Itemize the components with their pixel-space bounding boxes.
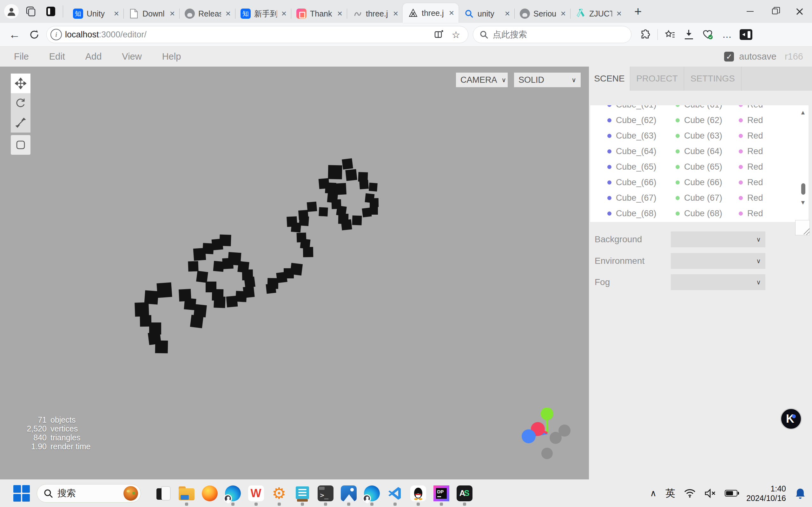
taskbar-app-vscode[interactable]: [383, 480, 406, 507]
scene-cube[interactable]: [190, 315, 203, 328]
scrollbar-thumb[interactable]: [801, 183, 805, 195]
favorites-list-icon[interactable]: [662, 27, 678, 42]
wifi-icon[interactable]: [684, 489, 696, 498]
scene-cube[interactable]: [369, 183, 377, 191]
taskbar-app-android-studio[interactable]: AS: [453, 480, 476, 507]
translate-tool-button[interactable]: [11, 73, 31, 93]
sidebar-tab-settings[interactable]: SETTINGS: [684, 67, 742, 91]
browser-tab[interactable]: Releas×: [179, 4, 235, 23]
scene-cube[interactable]: [318, 207, 328, 216]
taskbar-app-terminal[interactable]: >_: [314, 480, 337, 507]
tab-close-icon[interactable]: ×: [280, 9, 288, 19]
browser-tab[interactable]: Thank×: [291, 4, 347, 23]
scene-cube[interactable]: [328, 165, 342, 179]
shading-select[interactable]: SOLID ∨: [514, 73, 581, 87]
tab-close-icon[interactable]: ×: [615, 9, 623, 19]
browser-search-box[interactable]: 点此搜索: [473, 26, 631, 43]
taskbar-app-firefox[interactable]: [198, 480, 221, 507]
profile-button[interactable]: [3, 3, 20, 20]
site-info-icon[interactable]: i: [50, 29, 62, 40]
settings-more-icon[interactable]: …: [719, 27, 735, 42]
menu-file[interactable]: File: [14, 51, 29, 62]
outliner-row[interactable]: Cube_(63)Cube (63)Red: [590, 128, 809, 144]
hidden-icons-chevron[interactable]: ∧: [650, 488, 657, 498]
taskbar-app-edge[interactable]: [221, 480, 244, 507]
menu-view[interactable]: View: [122, 51, 142, 62]
downloads-icon[interactable]: [680, 27, 697, 42]
browser-tab[interactable]: Downl×: [123, 4, 179, 23]
scene-cube[interactable]: [213, 296, 225, 308]
workspaces-icon[interactable]: [22, 3, 40, 20]
scroll-down-icon[interactable]: ▼: [800, 199, 806, 206]
outliner-row[interactable]: Cube_(61)Cube (61)Red: [590, 105, 809, 113]
tab-close-icon[interactable]: ×: [559, 9, 567, 19]
scene-cube[interactable]: [370, 198, 378, 207]
scene-cube[interactable]: [135, 302, 149, 317]
taskbar-app-gear-tool[interactable]: ⚙: [267, 480, 291, 507]
browser-tab[interactable]: three.j×: [403, 3, 459, 23]
outliner-row[interactable]: Cube_(65)Cube (65)Red: [590, 159, 809, 175]
tab-close-icon[interactable]: ×: [168, 9, 176, 19]
address-bar[interactable]: i localhost:3000/editor/ ☆: [46, 26, 468, 43]
scene-cube[interactable]: [236, 291, 247, 302]
favorite-star-icon[interactable]: ☆: [449, 27, 463, 42]
vertical-tabs-icon[interactable]: [42, 3, 60, 20]
scene-cube[interactable]: [155, 341, 168, 353]
menu-help[interactable]: Help: [162, 51, 181, 62]
scene-cube[interactable]: [345, 169, 357, 181]
axis-gizmo[interactable]: [516, 403, 579, 466]
refresh-button[interactable]: [27, 27, 42, 42]
start-button[interactable]: [13, 485, 31, 502]
scene-cube[interactable]: [188, 261, 198, 271]
scene-cube[interactable]: [359, 180, 369, 189]
tab-close-icon[interactable]: ×: [113, 9, 120, 19]
browser-tab[interactable]: unity×: [459, 4, 514, 23]
browser-tab[interactable]: 知Unity×: [67, 4, 123, 23]
fog-select[interactable]: ∨: [671, 274, 765, 290]
scene-cube[interactable]: [213, 261, 224, 272]
taskbar-clock[interactable]: 1:40 2024/10/16: [746, 484, 786, 503]
outliner-scrollbar[interactable]: ▲ ▼: [799, 105, 808, 222]
outliner-row[interactable]: Cube_(67)Cube (67)Red: [590, 190, 809, 206]
tab-close-icon[interactable]: ×: [504, 9, 511, 19]
outliner-row[interactable]: Cube_(66)Cube (66)Red: [590, 175, 809, 190]
browser-essentials-icon[interactable]: [700, 27, 716, 42]
scene-cube[interactable]: [266, 283, 276, 294]
scroll-up-icon[interactable]: ▲: [800, 109, 806, 116]
camera-select[interactable]: CAMERA ∨: [456, 73, 508, 87]
minimize-button[interactable]: [738, 0, 762, 23]
back-button[interactable]: ←: [7, 27, 22, 42]
split-screen-icon[interactable]: [432, 27, 446, 42]
scene-outliner[interactable]: Cube_(61)Cube (61)RedCube_(62)Cube (62)R…: [590, 105, 809, 222]
notification-bell-icon[interactable]: [795, 488, 806, 499]
taskbar-app-qq[interactable]: [406, 480, 429, 507]
scene-cube[interactable]: [196, 271, 208, 283]
scene-cube[interactable]: [193, 248, 206, 261]
autosave-checkbox[interactable]: ✓: [724, 52, 734, 61]
background-select[interactable]: ∨: [671, 231, 765, 247]
scene-cube[interactable]: [156, 282, 172, 298]
taskbar-app-wps[interactable]: W: [244, 480, 267, 507]
select-box-tool-button[interactable]: [11, 135, 31, 155]
scene-cube[interactable]: [307, 202, 317, 212]
outliner-row[interactable]: Cube_(64)Cube (64)Red: [590, 144, 809, 159]
viewport-3d[interactable]: CAMERA ∨ SOLID ∨ 71objects2,520vertices8…: [0, 67, 589, 480]
taskbar-app-edge-profile[interactable]: [360, 480, 383, 507]
sidebar-tab-project[interactable]: PROJECT: [630, 67, 684, 91]
scene-cube[interactable]: [244, 277, 255, 288]
new-tab-button[interactable]: +: [631, 5, 645, 18]
menu-edit[interactable]: Edit: [49, 51, 65, 62]
environment-select[interactable]: ∨: [671, 253, 765, 269]
scene-cube[interactable]: [352, 215, 362, 225]
scene-cube[interactable]: [341, 219, 352, 230]
volume-muted-icon[interactable]: [704, 489, 716, 498]
copilot-sidebar-icon[interactable]: [738, 27, 754, 42]
taskbar-app-jetbrains-dp[interactable]: DP: [429, 480, 453, 507]
outliner-row[interactable]: Cube_(68)Cube (68)Red: [590, 206, 809, 221]
browser-tab[interactable]: 知新手到×: [235, 4, 291, 23]
extensions-icon[interactable]: [637, 27, 654, 42]
outliner-row[interactable]: Cube_(62)Cube (62)Red: [590, 113, 809, 128]
scale-tool-button[interactable]: [11, 113, 31, 132]
browser-tab[interactable]: ZJUCT×: [570, 4, 626, 23]
taskbar-app-photos[interactable]: [337, 480, 360, 507]
